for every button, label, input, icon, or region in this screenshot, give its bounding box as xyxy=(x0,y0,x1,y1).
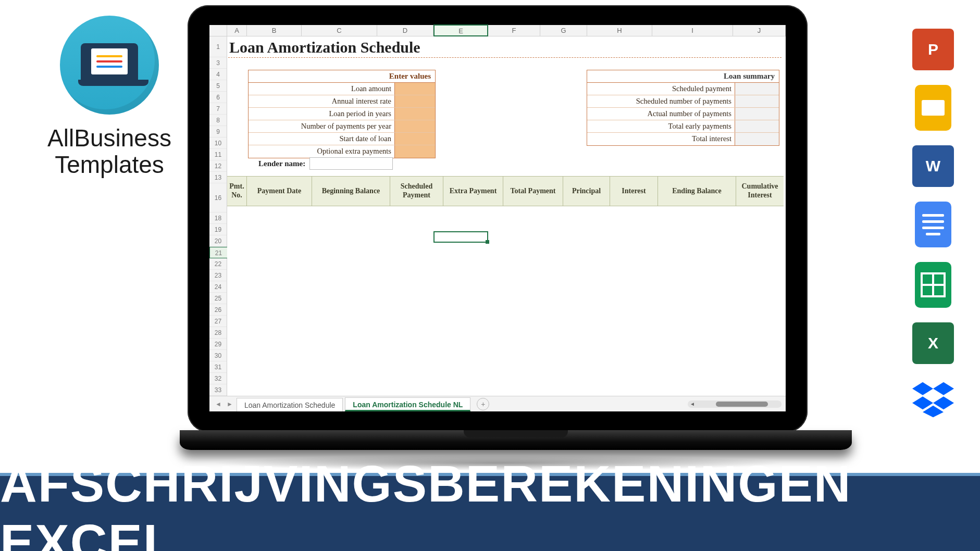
schedule-col: Total Payment xyxy=(503,177,563,206)
loan-period-input[interactable] xyxy=(394,108,435,120)
col-header[interactable]: C xyxy=(302,25,377,36)
scroll-left-icon[interactable]: ◄ xyxy=(690,401,695,407)
row-header[interactable]: 3 xyxy=(209,57,227,69)
google-slides-icon[interactable] xyxy=(915,85,951,131)
schedule-col: Interest xyxy=(610,177,658,206)
row-header[interactable]: 27 xyxy=(209,316,227,327)
schedule-col: Extra Payment xyxy=(443,177,503,206)
field-label: Loan period in years xyxy=(249,108,394,120)
excel-icon[interactable]: X xyxy=(912,322,954,364)
row-header[interactable]: 10 xyxy=(209,137,227,149)
sheet-tabs-bar: ◄ ► Loan Amortization Schedule Loan Amor… xyxy=(209,396,786,411)
word-icon[interactable]: W xyxy=(912,145,954,187)
total-interest-output xyxy=(735,133,779,145)
col-header[interactable]: F xyxy=(488,25,540,36)
row-header[interactable]: 7 xyxy=(209,103,227,115)
field-label: Total interest xyxy=(587,133,735,145)
row-header[interactable]: 11 xyxy=(209,149,227,160)
col-header[interactable]: D xyxy=(377,25,433,36)
row-header[interactable]: 6 xyxy=(209,92,227,103)
row-header[interactable]: 33 xyxy=(209,384,227,396)
brand-logo-icon xyxy=(60,16,159,115)
row-header[interactable]: 8 xyxy=(209,115,227,126)
row-header-selected[interactable]: 21 xyxy=(209,247,227,258)
schedule-col: Pmt. No. xyxy=(227,177,247,206)
row-header[interactable]: 20 xyxy=(209,235,227,247)
google-docs-icon[interactable] xyxy=(915,202,951,247)
total-early-payments-output xyxy=(735,120,779,132)
tab-nav-next-icon[interactable]: ► xyxy=(225,400,234,408)
row-header[interactable]: 18 xyxy=(209,212,227,224)
row-header[interactable]: 24 xyxy=(209,281,227,293)
schedule-col: Scheduled Payment xyxy=(390,177,443,206)
col-header-selected[interactable]: E xyxy=(433,24,488,36)
row-header[interactable]: 16 xyxy=(209,183,227,212)
dropbox-icon[interactable] xyxy=(912,379,954,420)
laptop-mockup: A B C D E F G H I J 1 3 4 5 6 7 8 xyxy=(180,5,815,471)
schedule-header-row: Pmt. No. Payment Date Beginning Balance … xyxy=(227,176,784,206)
row-header[interactable]: 12 xyxy=(209,160,227,172)
banner-text: AFSCHRIJVINGSBEREKENINGEN EXCEL xyxy=(0,455,980,551)
selected-cell[interactable] xyxy=(433,231,488,243)
app-icons-column: P W X xyxy=(912,29,954,420)
field-label: Scheduled payment xyxy=(587,83,735,95)
row-header[interactable]: 32 xyxy=(209,373,227,384)
row-header[interactable]: 13 xyxy=(209,172,227,183)
sheet-tab[interactable]: Loan Amortization Schedule xyxy=(237,398,343,411)
spreadsheet: A B C D E F G H I J 1 3 4 5 6 7 8 xyxy=(209,25,786,411)
enter-values-header: Enter values xyxy=(249,70,435,83)
col-header[interactable]: I xyxy=(652,25,733,36)
row-header[interactable]: 22 xyxy=(209,258,227,270)
col-header[interactable]: A xyxy=(227,25,247,36)
sheet-tab-active[interactable]: Loan Amortization Schedule NL xyxy=(345,397,470,411)
schedule-col: Payment Date xyxy=(247,177,312,206)
schedule-col: Beginning Balance xyxy=(312,177,390,206)
lender-label: Lender name: xyxy=(258,159,305,168)
col-header[interactable]: G xyxy=(540,25,587,36)
row-header[interactable]: 25 xyxy=(209,293,227,304)
scrollbar-thumb[interactable] xyxy=(716,402,768,407)
row-header[interactable]: 26 xyxy=(209,304,227,316)
payments-per-year-input[interactable] xyxy=(394,120,435,132)
svg-marker-1 xyxy=(933,382,954,395)
field-label: Optional extra payments xyxy=(249,145,394,158)
row-header[interactable]: 1 xyxy=(209,36,227,57)
row-header[interactable]: 29 xyxy=(209,339,227,350)
powerpoint-icon[interactable]: P xyxy=(912,29,954,70)
start-date-input[interactable] xyxy=(394,133,435,145)
svg-marker-0 xyxy=(912,382,933,395)
tab-nav-prev-icon[interactable]: ◄ xyxy=(214,400,223,408)
row-header[interactable]: 19 xyxy=(209,224,227,235)
row-header[interactable]: 23 xyxy=(209,270,227,281)
brand-name-line2: Templates xyxy=(31,152,188,178)
row-headers: 1 3 4 5 6 7 8 9 10 11 12 13 16 18 19 20 xyxy=(209,36,227,396)
row-header[interactable]: 5 xyxy=(209,80,227,92)
row-header[interactable]: 28 xyxy=(209,327,227,339)
annual-interest-input[interactable] xyxy=(394,95,435,107)
google-sheets-icon[interactable] xyxy=(915,262,951,308)
schedule-col: Ending Balance xyxy=(658,177,736,206)
extra-payments-input[interactable] xyxy=(394,145,435,158)
col-header[interactable]: B xyxy=(247,25,302,36)
enter-values-box: Enter values Loan amount Annual interest… xyxy=(248,70,436,158)
lender-row: Lender name: xyxy=(258,157,393,170)
actual-num-payments-output xyxy=(735,108,779,120)
field-label: Actual number of payments xyxy=(587,108,735,120)
scheduled-payment-output xyxy=(735,83,779,95)
row-header[interactable]: 9 xyxy=(209,126,227,137)
row-header[interactable]: 30 xyxy=(209,350,227,361)
col-header[interactable]: H xyxy=(587,25,652,36)
horizontal-scrollbar[interactable]: ◄ xyxy=(688,400,781,408)
spreadsheet-content[interactable]: Loan Amortization Schedule Enter values … xyxy=(227,36,786,396)
loan-summary-box: Loan summary Scheduled payment Scheduled… xyxy=(587,70,779,146)
field-label: Total early payments xyxy=(587,120,735,132)
column-headers: A B C D E F G H I J xyxy=(209,25,786,36)
row-header[interactable]: 31 xyxy=(209,361,227,373)
field-label: Loan amount xyxy=(249,83,394,95)
add-sheet-button[interactable]: + xyxy=(477,398,489,410)
col-header[interactable]: J xyxy=(733,25,786,36)
lender-name-input[interactable] xyxy=(309,157,393,170)
loan-summary-header: Loan summary xyxy=(587,70,779,83)
loan-amount-input[interactable] xyxy=(394,83,435,95)
row-header[interactable]: 4 xyxy=(209,69,227,80)
